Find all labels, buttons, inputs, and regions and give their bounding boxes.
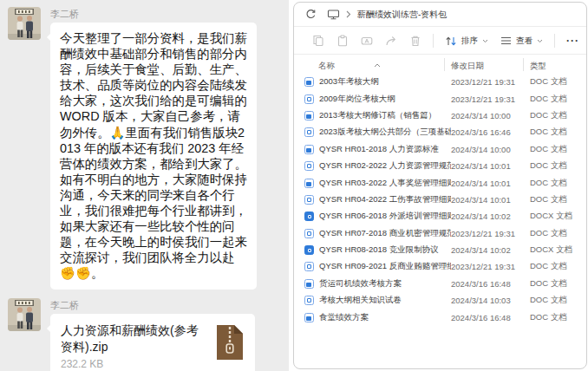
- word-document-icon: [304, 77, 314, 87]
- file-name: QYSR HR06-2018 外派培训管理细则 -ok: [319, 211, 451, 222]
- word-document-icon: [304, 279, 314, 289]
- file-date-modified: 2024/3/14 10:03: [451, 296, 530, 305]
- chat-message-bubble: 今天整理了一部分资料，是我们薪酬绩效中基础部分和销售的部分内容，后续关于食堂、后…: [50, 23, 257, 290]
- column-header-name[interactable]: 名称: [318, 61, 335, 72]
- sort-label: 排序: [461, 36, 478, 47]
- file-date-modified: 2024/3/14 10:02: [451, 245, 530, 255]
- file-explorer-window: 薪酬绩效训练营-资料包: [293, 2, 587, 369]
- file-row[interactable]: QYSR HR01-2018 人力资源标准2024/3/14 10:00DOC …: [294, 141, 586, 158]
- file-type: DOC 文档: [530, 261, 567, 272]
- sort-ascending-caret-icon: [374, 55, 381, 71]
- word-document-icon: [304, 179, 314, 188]
- file-row[interactable]: QYSR HR09-2021 反商业贿赂管理细则2023/12/21 19:31…: [294, 258, 586, 275]
- sender-avatar[interactable]: [8, 298, 41, 331]
- file-type: DOCX 文档: [530, 244, 572, 256]
- file-date-modified: 2024/3/14 10:00: [451, 111, 530, 120]
- word-document-icon: [304, 94, 314, 104]
- copy-icon: [312, 35, 324, 47]
- toolbar-divider: [554, 34, 555, 48]
- rename-icon: [361, 35, 373, 47]
- file-row[interactable]: QYSR HR04-2022 工伤事故管理细则- ok2024/3/14 10:…: [294, 192, 586, 208]
- paste-button[interactable]: [330, 30, 355, 51]
- breadcrumb-folder[interactable]: 薪酬绩效训练营-资料包: [357, 9, 447, 21]
- file-attachment-card[interactable]: 人力资源和薪酬绩效(参考资料).zip 232.2 KB: [50, 314, 255, 371]
- word-document-icon: [304, 161, 314, 171]
- file-row[interactable]: 2003年考核大纲2023/12/21 19:31DOC 文档: [294, 74, 586, 90]
- chevron-down-icon: [482, 39, 488, 43]
- column-header-type[interactable]: 类型: [530, 61, 546, 72]
- command-toolbar: 排序 查看 ···: [294, 28, 586, 55]
- file-name: QYSR HR09-2021 反商业贿赂管理细则: [319, 261, 451, 272]
- column-header-date[interactable]: 修改日期: [451, 61, 484, 72]
- file-name: QYSR HR03-2022 人事奖惩管理细则-ok: [319, 178, 451, 189]
- column-divider[interactable]: [444, 58, 445, 71]
- file-attachment-meta: 人力资源和薪酬绩效(参考资料).zip 232.2 KB: [61, 322, 208, 370]
- file-date-modified: 2023/12/21 19:31: [451, 77, 530, 87]
- file-type: DOC 文档: [530, 178, 567, 189]
- file-type: DOC 文档: [530, 228, 567, 239]
- this-pc-icon[interactable]: [327, 10, 340, 20]
- paste-icon: [336, 35, 349, 47]
- word-document-icon: [304, 145, 314, 154]
- file-date-modified: 2024/3/14 10:01: [451, 161, 530, 171]
- word-document-icon: [304, 229, 314, 238]
- sender-avatar[interactable]: [8, 7, 41, 40]
- column-divider[interactable]: [523, 58, 524, 71]
- zip-file-icon: [215, 324, 245, 364]
- address-bar: 薪酬绩效训练营-资料包: [294, 3, 586, 27]
- file-row[interactable]: 2009年岗位考核大纲2023/12/21 19:31DOC 文档: [294, 90, 586, 107]
- file-row[interactable]: 2023版考核大纲公共部分（三项基础考...2024/3/16 16:46DOC…: [294, 124, 586, 140]
- toolbar-divider: [433, 34, 434, 48]
- file-row[interactable]: QYSR HR06-2018 外派培训管理细则 -ok2024/3/14 10:…: [294, 208, 586, 225]
- chat-message-text: 今天整理了一部分资料，是我们薪酬绩效中基础部分和销售的部分内容，后续关于食堂、后…: [50, 23, 257, 290]
- file-row[interactable]: 考核大纲相关知识试卷2024/3/14 10:03DOC 文档: [294, 292, 586, 309]
- avatar-photo-icon: [8, 298, 41, 331]
- word-document-icon: [304, 262, 314, 271]
- chevron-down-icon: [537, 39, 543, 43]
- file-name: QYSR HR04-2022 工伤事故管理细则- ok: [319, 194, 451, 205]
- file-list: 2003年考核大纲2023/12/21 19:31DOC 文档2009年岗位考核…: [294, 74, 586, 326]
- file-type: DOC 文档: [530, 144, 567, 155]
- more-options-button[interactable]: ···: [560, 30, 585, 51]
- file-date-modified: 2023/12/21 19:31: [451, 262, 530, 271]
- file-row[interactable]: QYSR HR02-2022 人力资源管理规范2024/3/14 10:01DO…: [294, 158, 586, 174]
- file-date-modified: 2024/3/14 10:02: [451, 212, 530, 221]
- share-button[interactable]: [379, 30, 403, 51]
- file-name: 2003年考核大纲: [319, 76, 451, 88]
- file-type: DOC 文档: [530, 278, 567, 290]
- sender-name: 李二桥: [50, 299, 79, 312]
- file-row[interactable]: 货运司机绩效考核方案2024/3/16 16:48DOC 文档: [294, 276, 586, 292]
- file-row[interactable]: QYSR HR03-2022 人事奖惩管理细则-ok2024/3/14 10:0…: [294, 174, 586, 191]
- file-row[interactable]: QYSR HR08-2018 竞业限制协议2024/3/14 10:02DOCX…: [294, 242, 586, 258]
- word-document-icon: [304, 313, 314, 322]
- file-name: 2023版考核大纲公共部分（三项基础考...: [319, 127, 451, 138]
- avatar-photo-icon: [8, 7, 41, 40]
- file-row[interactable]: 2013考核大纲修订稿（销售篇）2024/3/14 10:00DOC 文档: [294, 107, 586, 124]
- delete-button[interactable]: [403, 30, 428, 51]
- breadcrumb: 薪酬绩效训练营-资料包: [327, 9, 447, 21]
- rename-button[interactable]: [355, 30, 379, 51]
- word-document-icon: [304, 296, 314, 305]
- copy-button[interactable]: [306, 30, 330, 51]
- file-row[interactable]: 食堂绩效方案2024/3/16 16:48DOC 文档: [294, 309, 586, 325]
- file-name: QYSR HR01-2018 人力资源标准: [319, 144, 451, 155]
- file-name: 2009年岗位考核大纲: [319, 94, 451, 105]
- column-header-row: 名称 修改日期 类型: [294, 55, 586, 74]
- chevron-right-icon: [346, 10, 351, 18]
- sort-button[interactable]: 排序: [439, 30, 494, 51]
- file-name: QYSR HR08-2018 竞业限制协议: [319, 244, 451, 256]
- refresh-icon: [305, 9, 317, 20]
- file-row[interactable]: QYSR HR07-2018 商业机密管理规范2023/12/21 19:31D…: [294, 225, 586, 242]
- view-list-icon: [500, 36, 512, 46]
- file-type: DOCX 文档: [530, 211, 572, 222]
- share-icon: [385, 35, 397, 47]
- file-type: DOC 文档: [530, 127, 567, 138]
- file-date-modified: 2023/12/21 19:31: [451, 94, 530, 104]
- view-button[interactable]: 查看: [494, 30, 549, 51]
- file-type: DOC 文档: [530, 76, 567, 88]
- refresh-button[interactable]: [305, 9, 317, 20]
- file-attachment-name: 人力资源和薪酬绩效(参考资料).zip: [61, 322, 208, 355]
- file-attachment-size: 232.2 KB: [61, 358, 208, 370]
- file-type: DOC 文档: [530, 160, 567, 172]
- file-name: QYSR HR07-2018 商业机密管理规范: [319, 228, 451, 239]
